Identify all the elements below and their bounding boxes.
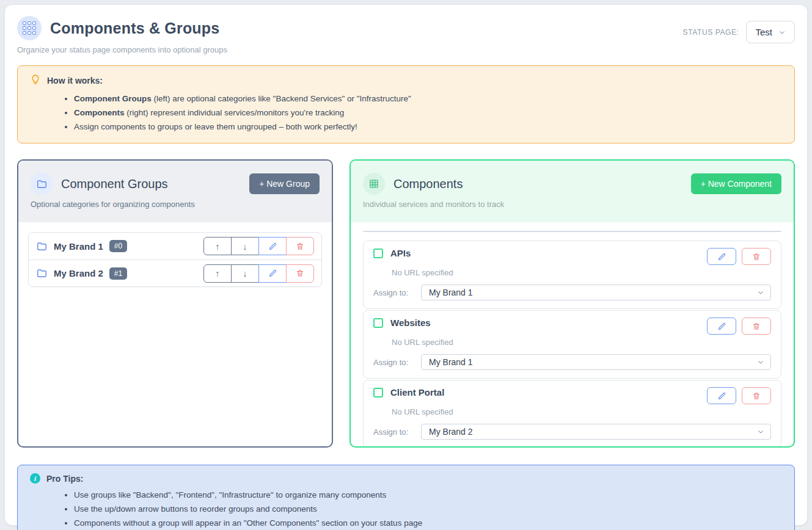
pencil-icon: [268, 269, 277, 278]
info-icon: i: [30, 473, 40, 484]
assign-to-label: Assign to:: [373, 288, 411, 297]
move-up-button[interactable]: ↑: [203, 237, 232, 255]
components-groups-page: Components & Groups Organize your status…: [5, 5, 807, 525]
move-up-button[interactable]: ↑: [203, 264, 232, 283]
assign-group-select[interactable]: My Brand 1: [421, 354, 771, 370]
how-it-works-item: Component Groups (left) are optional cat…: [74, 92, 782, 106]
new-group-button[interactable]: + New Group: [249, 173, 320, 194]
move-down-button[interactable]: ↓: [231, 264, 259, 283]
trash-icon: [752, 391, 761, 401]
assign-group-value: My Brand 1: [429, 288, 473, 297]
assign-group-value: My Brand 2: [429, 427, 473, 437]
component-card: Websites No URL specified Assign to: My …: [363, 310, 781, 379]
trash-icon: [296, 269, 304, 278]
component-url-status: No URL specified: [392, 407, 771, 416]
how-it-works-title: How it works:: [47, 76, 103, 85]
assign-group-value: My Brand 1: [429, 357, 473, 367]
how-it-works-list: Component Groups (left) are optional cat…: [30, 92, 782, 134]
group-row: My Brand 1 #0 ↑ ↓: [29, 233, 321, 260]
page-subtitle: Organize your status page components int…: [17, 45, 227, 54]
pro-tips-item: Components without a group will appear i…: [74, 516, 782, 530]
how-it-works-box: How it works: Component Groups (left) ar…: [17, 65, 795, 143]
components-panel-title: Components: [393, 177, 463, 191]
chevron-down-icon: [757, 289, 764, 296]
page-title: Components & Groups: [50, 20, 219, 37]
assign-to-label: Assign to:: [373, 427, 411, 437]
edit-component-button[interactable]: [707, 248, 736, 265]
assign-group-select[interactable]: My Brand 2: [421, 424, 771, 440]
arrow-down-icon: ↓: [243, 241, 247, 252]
component-name: Client Portal: [390, 387, 444, 398]
pencil-icon: [268, 242, 277, 251]
arrow-up-icon: ↑: [215, 241, 220, 252]
components-panel-header: Components + New Component Individual se…: [351, 161, 794, 222]
group-name: My Brand 2: [54, 268, 103, 278]
components-panel-subtitle: Individual services and monitors to trac…: [363, 200, 781, 209]
component-list: APIs No URL specified Assign to: My Bran…: [351, 241, 794, 448]
group-order-badge: #1: [109, 267, 127, 280]
trash-icon: [752, 252, 761, 261]
components-grid-icon: [17, 16, 42, 40]
groups-panel-subtitle: Optional categories for organizing compo…: [31, 200, 320, 209]
pro-tips-item: Use the up/down arrow buttons to reorder…: [74, 502, 782, 516]
chevron-down-icon: [757, 358, 764, 366]
component-groups-panel: Component Groups + New Group Optional ca…: [17, 159, 333, 448]
arrow-up-icon: ↑: [215, 268, 220, 278]
arrow-down-icon: ↓: [243, 268, 247, 278]
folder-icon: [36, 241, 48, 252]
delete-component-button[interactable]: [742, 248, 771, 265]
folder-icon: [36, 267, 48, 279]
new-component-button[interactable]: + New Component: [691, 173, 781, 194]
assign-to-label: Assign to:: [373, 358, 411, 367]
groups-panel-header: Component Groups + New Group Optional ca…: [18, 161, 332, 222]
edit-group-button[interactable]: [258, 264, 287, 283]
how-it-works-item: Components (right) represent individual …: [74, 106, 782, 120]
status-page-select[interactable]: Test: [746, 21, 795, 43]
how-it-works-item: Assign components to groups or leave the…: [74, 120, 782, 134]
edit-component-button[interactable]: [707, 318, 736, 335]
pencil-icon: [717, 391, 726, 401]
assign-group-select[interactable]: My Brand 1: [421, 285, 771, 300]
trash-icon: [752, 322, 761, 331]
table-grid-icon: [363, 173, 385, 195]
pro-tips-title: Pro Tips:: [46, 474, 83, 484]
pro-tips-box: i Pro Tips: Use groups like "Backend", "…: [17, 465, 795, 530]
delete-group-button[interactable]: [286, 264, 314, 283]
component-name: Websites: [390, 318, 431, 328]
component-url-status: No URL specified: [392, 268, 771, 277]
group-row: My Brand 2 #1 ↑ ↓: [29, 260, 321, 286]
components-panel: Components + New Component Individual se…: [349, 159, 795, 448]
component-card: Client Portal No URL specified Assign to…: [363, 380, 781, 448]
page-header: Components & Groups Organize your status…: [17, 16, 795, 54]
pencil-icon: [717, 252, 726, 261]
group-list: My Brand 1 #0 ↑ ↓ My Brand 2 #: [28, 232, 322, 287]
group-name: My Brand 1: [54, 241, 103, 252]
lightbulb-icon: [30, 74, 41, 87]
component-search: [363, 231, 781, 232]
pro-tips-list: Use groups like "Backend", "Frontend", "…: [30, 488, 782, 530]
component-url-status: No URL specified: [392, 338, 771, 347]
chevron-down-icon: [757, 428, 764, 435]
folder-icon: [31, 173, 53, 195]
component-checkbox[interactable]: [373, 318, 383, 328]
edit-group-button[interactable]: [258, 237, 287, 255]
pro-tips-item: Use groups like "Backend", "Frontend", "…: [74, 488, 782, 502]
component-name: APIs: [390, 248, 411, 258]
delete-component-button[interactable]: [742, 387, 771, 404]
trash-icon: [296, 242, 304, 251]
group-order-badge: #0: [109, 240, 127, 252]
status-page-label: STATUS PAGE:: [683, 28, 739, 37]
status-page-selected-value: Test: [755, 27, 772, 37]
component-checkbox[interactable]: [373, 388, 383, 398]
move-down-button[interactable]: ↓: [231, 237, 259, 255]
component-card: APIs No URL specified Assign to: My Bran…: [363, 241, 781, 309]
groups-panel-title: Component Groups: [61, 177, 168, 191]
chevron-down-icon: [778, 29, 786, 36]
edit-component-button[interactable]: [707, 387, 736, 404]
pencil-icon: [717, 322, 726, 331]
delete-component-button[interactable]: [742, 318, 771, 335]
delete-group-button[interactable]: [286, 237, 314, 255]
component-checkbox[interactable]: [373, 249, 383, 258]
